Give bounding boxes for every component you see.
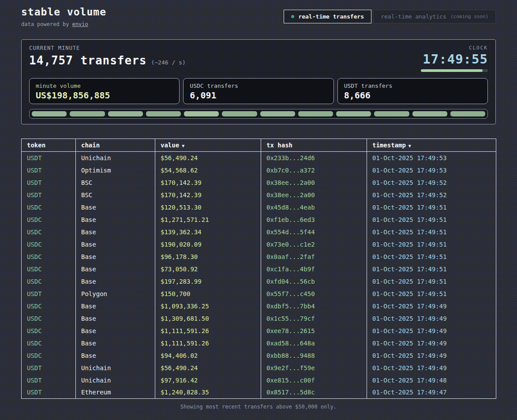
cell-value: $139,362.34 bbox=[155, 226, 261, 238]
activity-segment bbox=[336, 111, 371, 116]
cell-chain: Unichain bbox=[76, 362, 155, 374]
tab-label: real-time transfers bbox=[298, 13, 364, 20]
cell-timestamp: 01-Oct-2025 17:49:47 bbox=[367, 386, 496, 399]
clock-block: CLOCK 17:49:55 bbox=[421, 45, 488, 72]
cell-tx-hash[interactable]: 0x233b...24d6 bbox=[261, 152, 367, 164]
cell-tx-hash[interactable]: 0x0aaf...2faf bbox=[261, 251, 367, 263]
cell-value: $96,178.30 bbox=[155, 251, 261, 263]
table-footnote: Showing most recent transfers above $50,… bbox=[21, 404, 496, 410]
stat-usdt-transfers: USDT transfers 8,666 bbox=[337, 78, 488, 104]
cell-tx-hash[interactable]: 0x9e2f...f59e bbox=[261, 362, 367, 374]
cell-tx-hash[interactable]: 0xfd04...56cb bbox=[261, 275, 367, 288]
brand-block: stable volume data powered by envio bbox=[21, 6, 106, 27]
cell-timestamp: 01-Oct-2025 17:49:52 bbox=[367, 189, 496, 201]
cell-chain: Base bbox=[76, 325, 155, 337]
stat-minute-volume: minute volume US$198,856,885 bbox=[29, 78, 180, 104]
live-dot-icon bbox=[291, 15, 294, 18]
cell-token: USDC bbox=[22, 226, 76, 238]
cell-chain: Base bbox=[76, 238, 155, 251]
cell-token: USDC bbox=[22, 349, 76, 362]
cell-tx-hash[interactable]: 0x1c55...79cf bbox=[261, 312, 367, 325]
table-row: USDCBase$73,050.920xc1fa...4b9f01-Oct-20… bbox=[22, 263, 496, 275]
cell-tx-hash[interactable]: 0xad58...648a bbox=[261, 337, 367, 349]
table-row: USDCBase$190,020.090x73e0...c1e201-Oct-2… bbox=[22, 238, 496, 251]
activity-segment bbox=[146, 111, 181, 116]
cell-tx-hash[interactable]: 0xb7c0...a372 bbox=[261, 164, 367, 176]
envio-link[interactable]: envio bbox=[72, 21, 88, 27]
cell-tx-hash[interactable]: 0xdbf5...7bb4 bbox=[261, 300, 367, 312]
table-row: USDCBase$1,111,591.260xee78...261501-Oct… bbox=[22, 325, 496, 337]
page-title: stable volume bbox=[21, 6, 106, 18]
tab-label: real-time analytics bbox=[381, 13, 446, 20]
transfer-count: 14,757 transfers bbox=[29, 54, 146, 67]
tab-real-time-transfers[interactable]: real-time transfers bbox=[284, 10, 371, 23]
table-row: USDTUnichain$97,916.420xe815...c00f01-Oc… bbox=[22, 374, 496, 386]
cell-token: USDT bbox=[22, 288, 76, 300]
cell-value: $94,406.02 bbox=[155, 349, 261, 362]
cell-tx-hash[interactable]: 0x73e0...c1e2 bbox=[261, 238, 367, 251]
cell-token: USDT bbox=[22, 152, 76, 164]
cell-tx-hash[interactable]: 0xbb88...9488 bbox=[261, 349, 367, 362]
stats-row: minute volume US$198,856,885 USDC transf… bbox=[29, 78, 488, 104]
cell-value: $1,111,591.26 bbox=[155, 325, 261, 337]
activity-segment bbox=[222, 111, 257, 116]
cell-token: USDC bbox=[22, 312, 76, 325]
cell-value: $1,271,571.21 bbox=[155, 214, 261, 226]
powered-by: data powered by envio bbox=[21, 21, 106, 27]
cell-timestamp: 01-Oct-2025 17:49:51 bbox=[367, 288, 496, 300]
topbar: stable volume data powered by envio real… bbox=[21, 0, 496, 27]
cell-token: USDT bbox=[22, 176, 76, 189]
cell-chain: Base bbox=[76, 300, 155, 312]
cell-value: $190,020.09 bbox=[155, 238, 261, 251]
cell-timestamp: 01-Oct-2025 17:49:49 bbox=[367, 337, 496, 349]
cell-chain: Unichain bbox=[76, 152, 155, 164]
tab-real-time-analytics[interactable]: real-time analytics (coming soon) bbox=[373, 10, 496, 23]
cell-tx-hash[interactable]: 0x8517...5d8c bbox=[261, 386, 367, 399]
cell-chain: Optimism bbox=[76, 164, 155, 176]
cell-tx-hash[interactable]: 0x554d...5f44 bbox=[261, 226, 367, 238]
column-header-chain[interactable]: chain bbox=[76, 139, 155, 152]
cell-value: $97,916.42 bbox=[155, 374, 261, 386]
cell-tx-hash[interactable]: 0x38ee...2a00 bbox=[261, 189, 367, 201]
activity-segment bbox=[70, 111, 105, 116]
stat-label: USDC transfers bbox=[190, 82, 327, 89]
table-row: USDTPolygon$150,7000x55f7...c45001-Oct-2… bbox=[22, 288, 496, 300]
cell-tx-hash[interactable]: 0x38ee...2a00 bbox=[261, 176, 367, 189]
cell-chain: Base bbox=[76, 312, 155, 325]
table-row: USDTEthereum$1,240,828.350x8517...5d8c01… bbox=[22, 386, 496, 399]
column-header-tx-hash[interactable]: tx hash bbox=[261, 139, 367, 152]
activity-segment bbox=[32, 111, 67, 116]
hero-top-row: CURRENT MINUTE 14,757 transfers (~246 / … bbox=[29, 45, 488, 72]
cell-chain: Base bbox=[76, 263, 155, 275]
coming-soon-badge: (coming soon) bbox=[450, 14, 488, 19]
activity-segment bbox=[298, 111, 333, 116]
column-header-value[interactable]: value▼ bbox=[155, 139, 261, 152]
cell-tx-hash[interactable]: 0xe815...c00f bbox=[261, 374, 367, 386]
activity-segment bbox=[108, 111, 143, 116]
cell-token: USDT bbox=[22, 362, 76, 374]
table-row: USDTBSC$170,142.390x38ee...2a0001-Oct-20… bbox=[22, 176, 496, 189]
cell-token: USDC bbox=[22, 201, 76, 214]
stat-usdc-transfers: USDC transfers 6,091 bbox=[183, 78, 333, 104]
cell-value: $1,309,681.50 bbox=[155, 312, 261, 325]
cell-tx-hash[interactable]: 0x55f7...c450 bbox=[261, 288, 367, 300]
table-row: USDTBSC$170,142.390x38ee...2a0001-Oct-20… bbox=[22, 189, 496, 201]
cell-value: $56,490.24 bbox=[155, 362, 261, 374]
cell-tx-hash[interactable]: 0xf1eb...6ed3 bbox=[261, 214, 367, 226]
table-row: USDTOptimism$54,568.620xb7c0...a37201-Oc… bbox=[22, 164, 496, 176]
column-header-token[interactable]: token bbox=[22, 139, 76, 152]
cell-tx-hash[interactable]: 0x45d8...4eab bbox=[261, 201, 367, 214]
table-row: USDCBase$1,111,591.260xad58...648a01-Oct… bbox=[22, 337, 496, 349]
cell-tx-hash[interactable]: 0xc1fa...4b9f bbox=[261, 263, 367, 275]
column-label: chain bbox=[81, 142, 100, 149]
column-header-timestamp[interactable]: timestamp▼ bbox=[367, 139, 496, 152]
table-row: USDCBase$1,309,681.500x1c55...79cf01-Oct… bbox=[22, 312, 496, 325]
cell-tx-hash[interactable]: 0xee78...2615 bbox=[261, 325, 367, 337]
minute-progress-bar bbox=[421, 69, 488, 72]
cell-token: USDC bbox=[22, 214, 76, 226]
cell-token: USDT bbox=[22, 164, 76, 176]
transfer-rate: (~246 / s) bbox=[151, 59, 185, 66]
cell-value: $170,142.39 bbox=[155, 176, 261, 189]
cell-value: $197,283.99 bbox=[155, 275, 261, 288]
cell-chain: BSC bbox=[76, 176, 155, 189]
